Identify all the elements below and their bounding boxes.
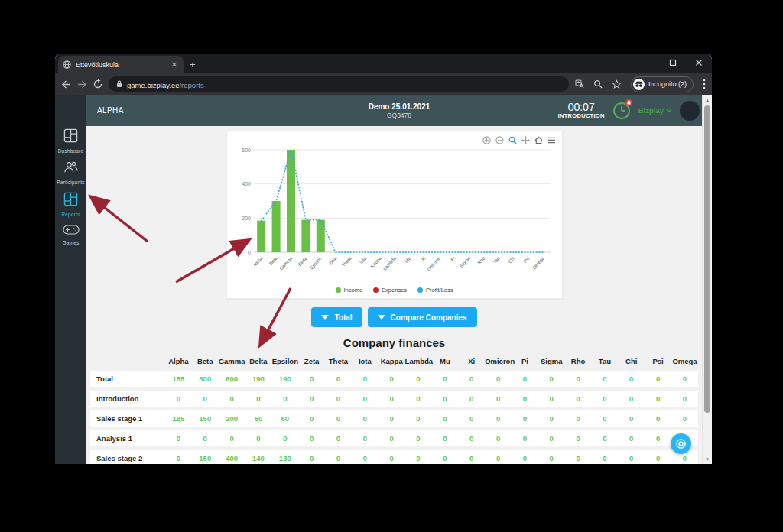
value-cell: 0: [431, 391, 458, 407]
main-content: 0200400600AlphaBetaGammaDeltaEpsilonZeta…: [86, 126, 702, 464]
sidebar-label-participants: Participants: [57, 180, 84, 185]
value-cell: 0: [538, 371, 565, 387]
clock-icon: [612, 102, 631, 120]
value-cell: 185: [165, 410, 192, 427]
finance-chart[interactable]: 0200400600AlphaBetaGammaDeltaEpsilonZeta…: [232, 141, 557, 286]
column-header-epsilon: Epsilon: [271, 355, 298, 367]
value-cell: 0: [405, 371, 432, 387]
sidebar-item-games[interactable]: Games: [55, 224, 86, 245]
svg-text:0: 0: [248, 250, 251, 255]
new-tab-button[interactable]: +: [190, 59, 196, 70]
close-window-icon[interactable]: [695, 59, 703, 68]
value-cell: 0: [431, 430, 458, 446]
lock-icon: [116, 80, 122, 88]
value-cell: 0: [431, 410, 458, 427]
phase-label: INTRODUCTION: [558, 112, 605, 119]
legend-item-expenses[interactable]: Expenses: [373, 287, 407, 294]
legend-dot-icon: [373, 287, 379, 293]
svg-text:Tau: Tau: [492, 256, 500, 264]
concentric-circles-icon: [675, 438, 687, 449]
legend-item-profit-loss[interactable]: Profit/Loss: [417, 287, 453, 294]
total-button[interactable]: Total: [311, 307, 362, 327]
value-cell: 0: [592, 410, 619, 427]
page-scrollbar[interactable]: ▲ ▼: [702, 95, 712, 464]
legend-item-income[interactable]: Income: [336, 287, 363, 294]
sidebar-item-participants[interactable]: Participants: [55, 161, 86, 185]
tab-close-icon[interactable]: ✕: [170, 60, 179, 69]
back-icon[interactable]: [61, 80, 71, 89]
svg-text:Rho: Rho: [476, 255, 486, 265]
column-header-mu: Mu: [431, 355, 458, 367]
sidebar: Dashboard Participants Reports Games: [55, 95, 86, 464]
value-cell: 0: [405, 410, 432, 427]
pan-icon[interactable]: [521, 136, 530, 144]
search-icon[interactable]: [593, 79, 603, 89]
zoom-in-icon[interactable]: [482, 136, 491, 144]
svg-text:Omega: Omega: [531, 255, 545, 270]
value-cell: 60: [271, 410, 298, 427]
company-name: ALPHA: [97, 106, 124, 115]
value-cell: 0: [565, 371, 592, 387]
finances-title: Company finances: [86, 336, 702, 349]
brand-menu[interactable]: Bizplay: [638, 106, 672, 115]
column-header-rho: Rho: [565, 355, 592, 367]
value-cell: 0: [485, 430, 512, 446]
value-cell: 0: [325, 391, 352, 407]
home-reset-icon[interactable]: [534, 136, 543, 144]
browser-menu-icon[interactable]: [703, 79, 706, 89]
games-icon: [63, 224, 80, 238]
value-cell: 190: [245, 371, 272, 387]
translate-icon[interactable]: [575, 79, 584, 89]
maximize-icon[interactable]: [669, 59, 677, 68]
value-cell: 0: [565, 410, 592, 427]
svg-text:Mu: Mu: [404, 256, 411, 264]
scrollbar-thumb[interactable]: [704, 105, 710, 413]
value-cell: 0: [485, 391, 512, 407]
svg-text:Zeta: Zeta: [327, 255, 337, 265]
support-fab-button[interactable]: [671, 433, 691, 454]
sidebar-item-reports[interactable]: Reports: [55, 192, 86, 217]
forward-icon[interactable]: [77, 80, 87, 89]
value-cell: 0: [538, 430, 565, 446]
value-cell: 0: [352, 450, 379, 464]
value-cell: 0: [325, 410, 352, 427]
value-cell: 0: [618, 450, 645, 464]
url-bar[interactable]: game.bizplay.ee/reports: [109, 76, 569, 92]
column-header-zeta: Zeta: [298, 355, 325, 367]
svg-text:Lambda: Lambda: [382, 255, 397, 271]
value-cell: 0: [512, 391, 538, 407]
value-cell: 300: [192, 371, 219, 387]
column-header-beta: Beta: [192, 355, 219, 367]
menu-lines-icon[interactable]: [547, 137, 556, 144]
column-header-lambda: Lambda: [405, 355, 432, 367]
value-cell: 140: [245, 450, 272, 464]
compare-companies-button[interactable]: Compare Companies: [368, 307, 477, 327]
scroll-up-icon[interactable]: ▲: [703, 95, 712, 105]
chart-legend: IncomeExpensesProfit/Loss: [227, 287, 562, 294]
reload-icon[interactable]: [93, 79, 102, 89]
value-cell: 0: [271, 391, 298, 407]
value-cell: 0: [165, 450, 192, 464]
total-button-label: Total: [334, 313, 352, 322]
zoom-out-icon[interactable]: [495, 136, 504, 144]
bookmark-star-icon[interactable]: [612, 79, 622, 89]
value-cell: 0: [618, 430, 645, 446]
reports-icon: [63, 192, 78, 209]
value-cell: 0: [618, 371, 645, 387]
column-header-alpha: Alpha: [165, 355, 192, 367]
participants-icon: [63, 161, 79, 177]
value-cell: 190: [271, 371, 298, 387]
svg-text:600: 600: [242, 148, 251, 153]
scroll-down-icon[interactable]: ▼: [703, 454, 712, 464]
avatar[interactable]: [680, 101, 700, 121]
browser-tab[interactable]: Ettevõtlusküla ✕: [58, 56, 184, 73]
minimize-icon[interactable]: [643, 59, 651, 68]
svg-text:Beta: Beta: [268, 255, 278, 266]
table-row: Analysis 100000000000000000000: [90, 430, 698, 446]
column-header-pi: Pi: [512, 355, 538, 367]
globe-favicon-icon: [63, 60, 71, 69]
zoom-select-icon[interactable]: [508, 136, 517, 144]
value-cell: 0: [325, 371, 352, 387]
sidebar-item-dashboard[interactable]: Dashboard: [55, 128, 86, 154]
finances-table: AlphaBetaGammaDeltaEpsilonZetaThetaIotaK…: [90, 352, 698, 464]
